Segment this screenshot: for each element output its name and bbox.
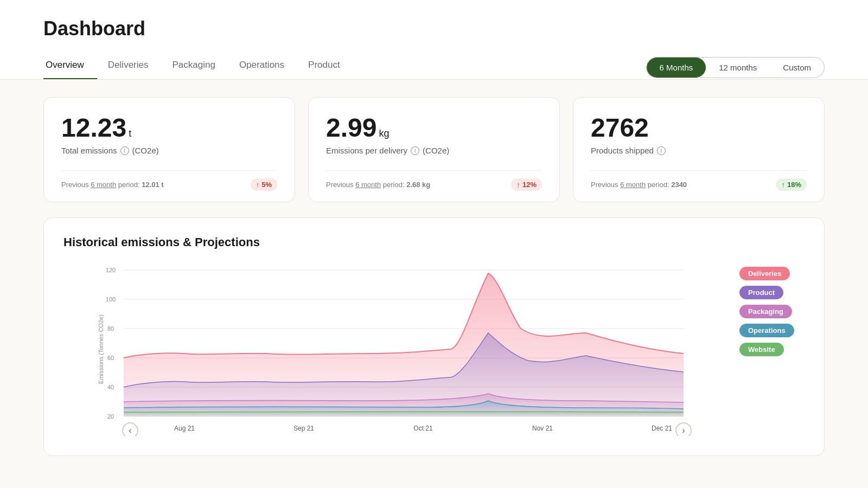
stats-row: 12.23 t Total emissions i (CO2e) Previou…: [43, 97, 825, 202]
tab-overview[interactable]: Overview: [43, 55, 97, 79]
tab-operations[interactable]: Operations: [237, 55, 297, 79]
chart-title: Historical emissions & Projections: [63, 235, 805, 249]
svg-text:Sep 21: Sep 21: [293, 425, 314, 432]
badge-emissions-delivery: ↑ 12%: [511, 178, 542, 191]
badge-arrow-products-shipped: ↑: [781, 181, 785, 189]
chart-legend: Deliveries Product Packaging Operations …: [739, 262, 805, 356]
legend-label-deliveries[interactable]: Deliveries: [739, 267, 790, 280]
svg-text:Oct 21: Oct 21: [413, 425, 433, 432]
stat-footer-emissions-delivery: Previous 6 month period: 2.68 kg ↑ 12%: [326, 170, 542, 191]
stat-value-emissions-delivery: 2.99 kg: [326, 113, 542, 143]
legend-label-operations[interactable]: Operations: [739, 324, 794, 337]
stat-prev-total-emissions: Previous 6 month period: 12.01 t: [61, 181, 164, 189]
stat-prev-emissions-delivery: Previous 6 month period: 2.68 kg: [326, 181, 430, 189]
nav-row: Overview Deliveries Packaging Operations…: [43, 55, 825, 79]
stat-footer-products-shipped: Previous 6 month period: 2340 ↑ 18%: [591, 170, 807, 191]
tab-packaging[interactable]: Packaging: [170, 55, 228, 79]
header: Dashboard Overview Deliveries Packaging …: [0, 0, 868, 80]
stat-card-products-shipped: 2762 Products shipped i Previous 6 month…: [573, 97, 825, 202]
badge-total-emissions: ↑ 5%: [251, 178, 277, 191]
legend-item-product[interactable]: Product: [739, 286, 805, 299]
svg-text:120: 120: [106, 267, 116, 273]
legend-item-website[interactable]: Website: [739, 343, 805, 356]
svg-text:Aug 21: Aug 21: [174, 425, 195, 432]
svg-text:‹: ‹: [129, 426, 131, 435]
legend-item-deliveries[interactable]: Deliveries: [739, 267, 805, 280]
svg-text:60: 60: [107, 355, 114, 361]
legend-label-website[interactable]: Website: [739, 343, 784, 356]
info-icon-emissions-delivery[interactable]: i: [411, 146, 419, 155]
stat-footer-total-emissions: Previous 6 month period: 12.01 t ↑ 5%: [61, 170, 277, 191]
badge-arrow-total-emissions: ↑: [256, 181, 260, 189]
svg-text:›: ›: [682, 426, 685, 435]
svg-text:20: 20: [107, 413, 114, 420]
stat-prev-products-shipped: Previous 6 month period: 2340: [591, 181, 687, 189]
svg-text:Emissions (Tonnes CO2e): Emissions (Tonnes CO2e): [98, 314, 104, 384]
stat-label-total-emissions: Total emissions i (CO2e): [61, 146, 277, 155]
svg-text:100: 100: [106, 296, 116, 303]
period-6months-button[interactable]: 6 Months: [647, 57, 706, 78]
chart-area: 120 100 80 60 40 20 Emissions (Tonnes CO…: [63, 262, 805, 438]
badge-arrow-emissions-delivery: ↑: [516, 181, 520, 189]
tab-product[interactable]: Product: [306, 55, 353, 79]
tab-deliveries[interactable]: Deliveries: [106, 55, 162, 79]
stat-card-total-emissions: 12.23 t Total emissions i (CO2e) Previou…: [43, 97, 295, 202]
period-custom-button[interactable]: Custom: [770, 57, 824, 78]
chart-main: 120 100 80 60 40 20 Emissions (Tonnes CO…: [63, 262, 729, 438]
main-content: 12.23 t Total emissions i (CO2e) Previou…: [0, 80, 868, 473]
page: Dashboard Overview Deliveries Packaging …: [0, 0, 868, 488]
stat-value-products-shipped: 2762: [591, 113, 807, 143]
stat-value-total-emissions: 12.23 t: [61, 113, 277, 143]
legend-label-packaging[interactable]: Packaging: [739, 305, 792, 318]
badge-products-shipped: ↑ 18%: [776, 178, 807, 191]
info-icon-total-emissions[interactable]: i: [120, 146, 129, 155]
period-12months-button[interactable]: 12 months: [706, 57, 770, 78]
legend-item-operations[interactable]: Operations: [739, 324, 805, 337]
svg-text:Dec  21: Dec 21: [652, 425, 672, 432]
period-selector: 6 Months 12 months Custom: [646, 57, 825, 78]
info-icon-products-shipped[interactable]: i: [657, 146, 666, 155]
nav-tabs: Overview Deliveries Packaging Operations…: [43, 55, 362, 79]
chart-card: Historical emissions & Projections 120 1…: [43, 217, 825, 456]
stat-card-emissions-delivery: 2.99 kg Emissions per delivery i (CO2e) …: [308, 97, 560, 202]
legend-item-packaging[interactable]: Packaging: [739, 305, 805, 318]
page-title: Dashboard: [43, 17, 825, 40]
svg-text:Nov 21: Nov 21: [532, 425, 553, 432]
svg-text:40: 40: [107, 384, 114, 390]
chart-svg: 120 100 80 60 40 20 Emissions (Tonnes CO…: [63, 262, 729, 436]
svg-text:80: 80: [107, 325, 114, 332]
stat-label-products-shipped: Products shipped i: [591, 146, 807, 155]
legend-label-product[interactable]: Product: [739, 286, 783, 299]
stat-label-emissions-delivery: Emissions per delivery i (CO2e): [326, 146, 542, 155]
